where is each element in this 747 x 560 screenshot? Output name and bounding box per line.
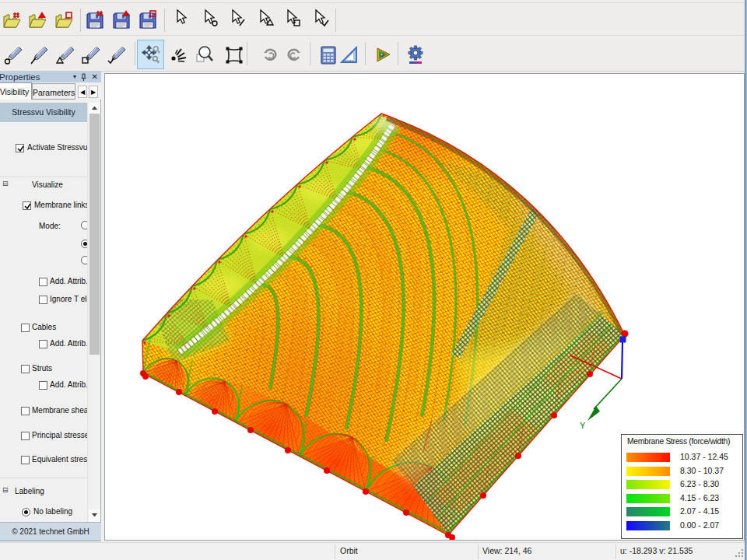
svg-text:Y: Y — [580, 421, 586, 430]
